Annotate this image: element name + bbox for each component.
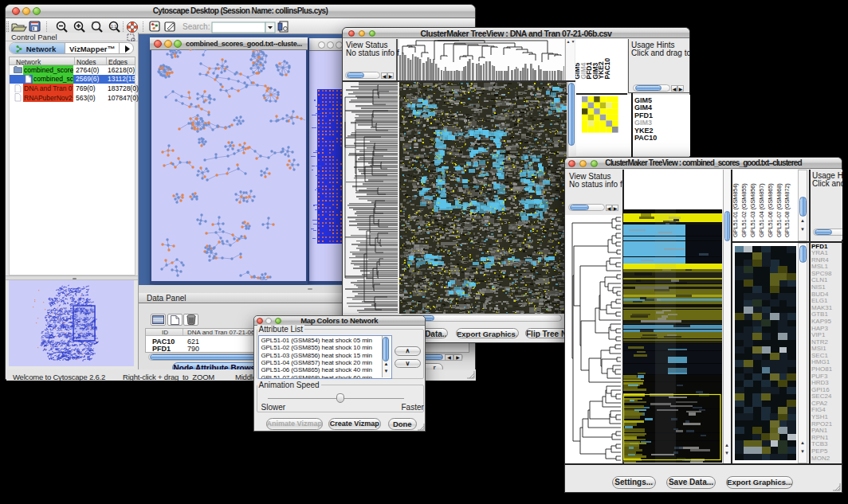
svg-text:PAC10: PAC10	[603, 57, 611, 79]
svg-text:GPL51-08 (GSM872): GPL51-08 (GSM872)	[783, 183, 791, 237]
svg-text:GPL51-02 (GSM855): GPL51-02 (GSM855)	[740, 183, 748, 237]
svg-text:GPL51-06 (GSM865): GPL51-06 (GSM865)	[767, 183, 774, 237]
svg-text:1:1: 1:1	[111, 24, 116, 29]
svg-text:GPL51-07 (GSM868): GPL51-07 (GSM868)	[775, 183, 783, 237]
svg-text:GPL51-01 (GSM854): GPL51-01 (GSM854)	[732, 183, 739, 237]
svg-text:Search:: Search:	[183, 22, 210, 31]
svg-text:GPL51-03 (GSM856): GPL51-03 (GSM856)	[749, 183, 756, 237]
svg-text:GPL51-04 (GSM857): GPL51-04 (GSM857)	[758, 183, 765, 237]
